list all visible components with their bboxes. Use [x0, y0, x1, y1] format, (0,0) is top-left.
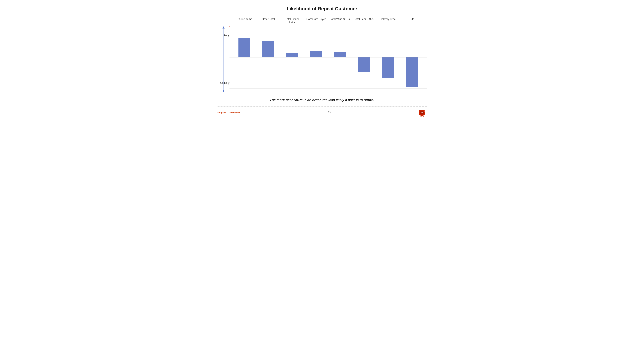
- svg-point-5: [422, 112, 423, 113]
- bar-total-beer-skus: [358, 57, 370, 72]
- col-header-total-beer-skus: Total Beer SKUs: [354, 17, 374, 24]
- bar-order-total: [262, 41, 274, 57]
- zero-line: [230, 57, 426, 57]
- col-header-total-wine-skus: Total Wine SKUs: [330, 17, 350, 24]
- y-axis-line: [224, 28, 224, 91]
- drizly-logo-icon: DRIZLY: [418, 108, 426, 117]
- col-header-order-total: Order Total: [258, 17, 279, 24]
- bar-delivery-time: [382, 57, 394, 78]
- chart-title: Likelihood of Repeat Customer: [287, 6, 357, 11]
- y-label-unlikely: Unlikely: [220, 81, 230, 85]
- svg-point-4: [420, 112, 422, 113]
- footer: drizly.com | CONFIDENTIAL 33 DRIZLY: [218, 106, 426, 118]
- svg-point-6: [421, 113, 423, 114]
- caption-text: The more beer SKUs in an order, the less…: [270, 98, 374, 102]
- col-header-delivery-time: Delivery Time: [377, 17, 398, 24]
- col-header-gift: Gift: [401, 17, 422, 24]
- footer-page-number: 33: [328, 111, 331, 114]
- column-headers: Unique ItemsOrder TotalTotal Liquor SKUs…: [230, 17, 426, 24]
- chart-main: Unique ItemsOrder TotalTotal Liquor SKUs…: [230, 17, 426, 88]
- y-axis: Likely Unlikely: [218, 28, 230, 91]
- y-axis-arrow-bottom: [222, 90, 224, 92]
- y-label-likely: Likely: [223, 34, 230, 37]
- y-axis-arrow-top: [222, 26, 224, 28]
- chart-area: Likely Unlikely Unique ItemsOrder TotalT…: [218, 17, 426, 91]
- bar-total-wine-skus: [334, 52, 346, 57]
- bars-container: [230, 26, 426, 88]
- col-header-corporate-buyer: Corporate Buyer: [306, 17, 326, 24]
- bar-corporate-buyer: [310, 51, 322, 57]
- col-header-total-liquor-skus: Total Liquor SKUs: [282, 17, 303, 24]
- footer-confidential: drizly.com | CONFIDENTIAL: [218, 111, 241, 113]
- bar-unique-items: [238, 38, 250, 57]
- footer-logo: DRIZLY: [418, 108, 426, 117]
- slide-container: Likelihood of Repeat Customer Likely Unl…: [218, 6, 426, 118]
- bar-total-liquor-skus: [286, 53, 298, 57]
- svg-text:DRIZLY: DRIZLY: [420, 116, 424, 117]
- col-header-unique-items: Unique Items: [234, 17, 255, 24]
- bar-gift: [406, 57, 418, 87]
